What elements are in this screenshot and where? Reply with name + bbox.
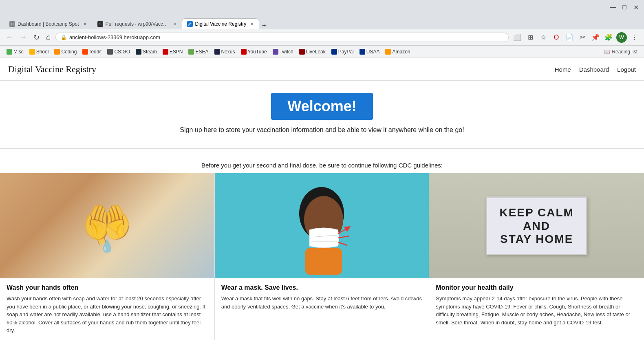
site-header: Digital Vaccine Registry Home Dashboard … (0, 58, 644, 81)
card-body-2: Wear a mask that fits well with no gaps.… (221, 295, 423, 311)
bookmark-twitch[interactable]: Twitch (270, 48, 296, 55)
card-title-1: Wash your hands often (7, 284, 208, 291)
bookmark-label-4: CS:GO (114, 49, 130, 55)
pdf-icon[interactable]: 📄 (564, 32, 575, 43)
new-tab-button[interactable]: + (259, 22, 269, 29)
forward-button[interactable]: → (18, 32, 29, 42)
bookmark-usaa[interactable]: USAA (357, 48, 382, 55)
nav-home[interactable]: Home (555, 66, 571, 73)
bookmark-coding[interactable]: Coding (52, 48, 79, 55)
window-controls: — □ ✕ (609, 3, 640, 11)
nav-dashboard[interactable]: Dashboard (579, 66, 609, 73)
tab-pullrequests[interactable]: ⑂ Pull requests · wrp90/Vaccinatio... ✕ (92, 18, 182, 29)
svg-line-3 (338, 236, 349, 238)
tab-vaccine[interactable]: 💉 Digital Vaccine Registry ✕ (182, 18, 260, 29)
tab-close-1[interactable]: ✕ (83, 22, 87, 27)
profile-icon[interactable]: W (616, 32, 627, 43)
extensions-icon[interactable]: 🧩 (603, 32, 614, 43)
refresh-button[interactable]: ↻ (32, 32, 41, 43)
bookmark-misc[interactable]: Misc (4, 48, 26, 55)
bookmark-label-7: ESEA (195, 49, 208, 55)
bookmark-label-0: Misc (13, 49, 24, 55)
bookmark-label-13: USAA (366, 49, 380, 55)
bookmark-liveleak[interactable]: LiveLeak (297, 48, 328, 55)
card-wash-hands: 🤲 💧 Wash your hands often Wash your hand… (0, 173, 215, 340)
bookmark-icon-2 (54, 49, 60, 55)
home-button[interactable]: ⌂ (44, 32, 52, 42)
card-body-3: Symptoms may appear 2-14 days after expo… (436, 295, 637, 326)
bookmark-label-12: PayPal (338, 49, 354, 55)
bookmark-icon[interactable]: ☆ (538, 32, 549, 43)
card-title-2: Wear a mask. Save lives. (221, 284, 423, 291)
cast-icon[interactable]: ⬜ (512, 32, 523, 43)
svg-line-4 (338, 242, 347, 245)
bookmark-label-11: LiveLeak (306, 49, 326, 55)
screenshot-icon[interactable]: ✂ (577, 32, 588, 43)
bookmark-csgo[interactable]: CS:GO (105, 48, 132, 55)
welcome-banner: Welcome! (271, 93, 373, 120)
bookmark-icon-0 (7, 49, 12, 55)
bookmark-steam[interactable]: Steam (133, 48, 159, 55)
bookmark-label-1: Shool (36, 49, 49, 55)
tab-title-3: Digital Vaccine Registry (195, 21, 247, 27)
bookmark-amazon[interactable]: Amazon (383, 48, 412, 55)
address-bar[interactable]: 🔒 (55, 33, 509, 42)
bookmark-label-10: Twitch (280, 49, 293, 55)
card-image-mask (215, 173, 429, 278)
address-input[interactable] (69, 34, 503, 40)
card-image-keepcalm: KEEP CALM AND STAY HOME (429, 173, 644, 278)
bookmark-youtube[interactable]: YouTube (238, 48, 269, 55)
title-bar: — □ ✕ (0, 0, 644, 15)
bookmarks-bar: MiscShoolCodingredditCS:GOSteamESPNESEAN… (0, 46, 644, 58)
bookmark-esea[interactable]: ESEA (186, 48, 211, 55)
mask-illustration (215, 173, 429, 278)
keepcalm-illustration: KEEP CALM AND STAY HOME (429, 173, 644, 278)
keepcalm-box: KEEP CALM AND STAY HOME (486, 196, 587, 255)
bookmark-icon-6 (163, 49, 168, 55)
keepcalm-line2: AND (499, 220, 573, 233)
bookmark-espn[interactable]: ESPN (160, 48, 185, 55)
tab-title-2: Pull requests · wrp90/Vaccinatio... (106, 21, 169, 27)
bookmark-label-6: ESPN (170, 49, 183, 55)
opera-icon[interactable]: O (551, 32, 562, 43)
card-monitor-health: KEEP CALM AND STAY HOME Monitor your hea… (429, 173, 644, 340)
bookmark-label-14: Amazon (392, 49, 410, 55)
tab-dashboard[interactable]: D Dashboard | Bootcamp Spot ✕ (4, 18, 92, 29)
browser-chrome: — □ ✕ D Dashboard | Bootcamp Spot ✕ ⑂ Pu… (0, 0, 644, 58)
bookmark-icon-11 (299, 49, 305, 55)
tab-close-3[interactable]: ✕ (250, 22, 254, 27)
bookmark-icon-14 (385, 49, 391, 55)
tab-favicon-3: 💉 (187, 21, 193, 27)
card-content-3: Monitor your health daily Symptoms may a… (429, 278, 644, 332)
svg-rect-5 (305, 248, 342, 275)
card-title-3: Monitor your health daily (436, 284, 637, 291)
close-button[interactable]: ✕ (632, 3, 640, 11)
cards-grid: 🤲 💧 Wash your hands often Wash your hand… (0, 173, 644, 340)
bookmark-icon-5 (136, 49, 141, 55)
bookmark-icon-4 (107, 49, 113, 55)
tab-search-icon[interactable]: ⊞ (525, 32, 536, 43)
tab-close-2[interactable]: ✕ (173, 22, 176, 27)
maximize-button[interactable]: □ (620, 3, 629, 11)
bookmark-icon-8 (214, 49, 220, 55)
bookmark-label-3: reddit (89, 49, 101, 55)
bookmark-paypal[interactable]: PayPal (329, 48, 356, 55)
site-title: Digital Vaccine Registry (8, 64, 96, 75)
nav-actions: ⬜ ⊞ ☆ O 📄 ✂ 📌 🧩 W ⋮ (512, 32, 640, 43)
keepcalm-line3: STAY HOME (499, 233, 573, 246)
bookmark-icon-10 (273, 49, 278, 55)
menu-icon[interactable]: ⋮ (629, 32, 640, 43)
back-button[interactable]: ← (4, 32, 15, 42)
tab-title-1: Dashboard | Bootcamp Spot (18, 21, 79, 27)
nav-logout[interactable]: Logout (617, 66, 636, 73)
pinned-icon[interactable]: 📌 (590, 32, 601, 43)
lock-icon: 🔒 (61, 35, 67, 40)
bookmark-nexus[interactable]: Nexus (212, 48, 238, 55)
bookmark-icon-12 (331, 49, 337, 55)
minimize-button[interactable]: — (609, 3, 617, 11)
keepcalm-line1: KEEP CALM (499, 206, 573, 220)
bookmark-reddit[interactable]: reddit (80, 48, 104, 55)
bookmark-icon-7 (188, 49, 194, 55)
reading-list-button[interactable]: 📖Reading list (602, 48, 640, 55)
bookmark-shool[interactable]: Shool (27, 48, 51, 55)
